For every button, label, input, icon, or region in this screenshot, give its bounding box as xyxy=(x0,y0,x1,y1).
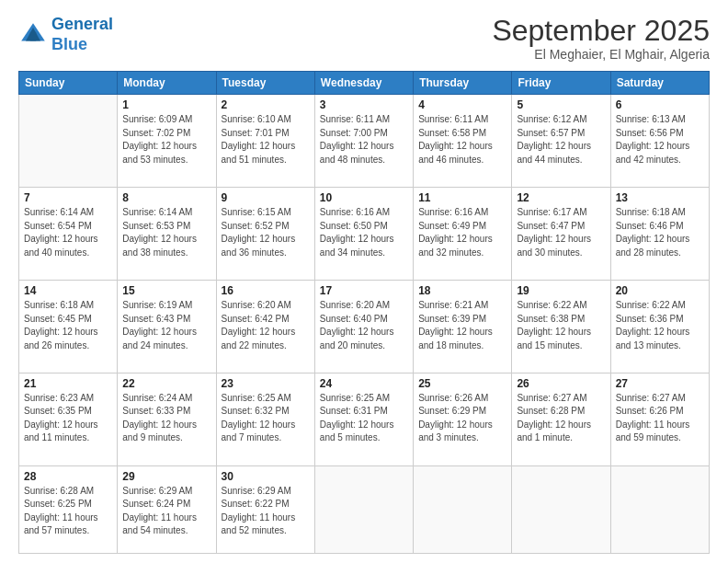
header-wednesday: Wednesday xyxy=(314,72,413,95)
day-number: 17 xyxy=(320,284,408,297)
logo: General Blue xyxy=(18,15,113,54)
table-row: 3Sunrise: 6:11 AMSunset: 7:00 PMDaylight… xyxy=(314,95,413,188)
day-info: Sunrise: 6:25 AMSunset: 6:32 PMDaylight:… xyxy=(222,392,310,445)
table-row xyxy=(19,95,118,188)
day-number: 11 xyxy=(418,191,506,204)
day-number: 26 xyxy=(517,377,605,390)
table-row: 7Sunrise: 6:14 AMSunset: 6:54 PMDaylight… xyxy=(19,188,118,281)
day-number: 15 xyxy=(122,284,210,297)
table-row xyxy=(414,465,512,553)
table-row: 23Sunrise: 6:25 AMSunset: 6:32 PMDayligh… xyxy=(216,373,314,465)
table-row: 21Sunrise: 6:23 AMSunset: 6:35 PMDayligh… xyxy=(19,373,118,465)
day-info: Sunrise: 6:28 AMSunset: 6:25 PMDaylight:… xyxy=(24,485,112,538)
day-number: 30 xyxy=(222,470,310,483)
logo-line1: General xyxy=(51,15,113,33)
day-info: Sunrise: 6:24 AMSunset: 6:33 PMDaylight:… xyxy=(122,392,210,445)
day-info: Sunrise: 6:17 AMSunset: 6:47 PMDaylight:… xyxy=(517,206,605,259)
table-row: 9Sunrise: 6:15 AMSunset: 6:52 PMDaylight… xyxy=(216,188,314,281)
table-row: 24Sunrise: 6:25 AMSunset: 6:31 PMDayligh… xyxy=(314,373,413,465)
day-number: 23 xyxy=(222,377,310,390)
day-number: 28 xyxy=(24,470,112,483)
day-info: Sunrise: 6:18 AMSunset: 6:46 PMDaylight:… xyxy=(616,206,704,259)
calendar-week-row: 7Sunrise: 6:14 AMSunset: 6:54 PMDaylight… xyxy=(19,188,710,281)
day-info: Sunrise: 6:13 AMSunset: 6:56 PMDaylight:… xyxy=(616,113,704,167)
day-number: 21 xyxy=(24,377,112,390)
day-info: Sunrise: 6:11 AMSunset: 6:58 PMDaylight:… xyxy=(418,113,506,167)
day-number: 4 xyxy=(418,98,506,111)
day-info: Sunrise: 6:20 AMSunset: 6:42 PMDaylight:… xyxy=(222,299,310,352)
day-number: 9 xyxy=(222,191,310,204)
header-sunday: Sunday xyxy=(19,72,118,95)
svg-rect-2 xyxy=(30,31,36,40)
header-thursday: Thursday xyxy=(414,72,512,95)
table-row: 8Sunrise: 6:14 AMSunset: 6:53 PMDaylight… xyxy=(118,188,216,281)
header-saturday: Saturday xyxy=(610,72,709,95)
logo-icon xyxy=(18,20,48,50)
day-info: Sunrise: 6:27 AMSunset: 6:28 PMDaylight:… xyxy=(517,392,605,445)
day-number: 25 xyxy=(418,377,506,390)
month-title: September 2025 xyxy=(492,15,710,47)
page: General Blue September 2025 El Meghaier,… xyxy=(0,0,728,563)
day-info: Sunrise: 6:23 AMSunset: 6:35 PMDaylight:… xyxy=(24,392,112,445)
day-info: Sunrise: 6:29 AMSunset: 6:24 PMDaylight:… xyxy=(122,485,210,538)
day-info: Sunrise: 6:12 AMSunset: 6:57 PMDaylight:… xyxy=(517,113,605,167)
day-number: 1 xyxy=(122,98,210,111)
day-number: 27 xyxy=(616,377,704,390)
table-row: 11Sunrise: 6:16 AMSunset: 6:49 PMDayligh… xyxy=(414,188,512,281)
day-number: 24 xyxy=(320,377,408,390)
day-info: Sunrise: 6:15 AMSunset: 6:52 PMDaylight:… xyxy=(222,206,310,259)
table-row: 1Sunrise: 6:09 AMSunset: 7:02 PMDaylight… xyxy=(118,95,216,188)
table-row: 5Sunrise: 6:12 AMSunset: 6:57 PMDaylight… xyxy=(512,95,610,188)
day-number: 3 xyxy=(320,98,408,111)
table-row: 6Sunrise: 6:13 AMSunset: 6:56 PMDaylight… xyxy=(610,95,709,188)
day-info: Sunrise: 6:09 AMSunset: 7:02 PMDaylight:… xyxy=(122,113,210,167)
table-row: 27Sunrise: 6:27 AMSunset: 6:26 PMDayligh… xyxy=(610,373,709,465)
day-number: 19 xyxy=(517,284,605,297)
day-number: 7 xyxy=(24,191,112,204)
day-info: Sunrise: 6:10 AMSunset: 7:01 PMDaylight:… xyxy=(222,113,310,167)
table-row: 2Sunrise: 6:10 AMSunset: 7:01 PMDaylight… xyxy=(216,95,314,188)
calendar-table: Sunday Monday Tuesday Wednesday Thursday… xyxy=(18,71,710,554)
table-row xyxy=(512,465,610,553)
day-info: Sunrise: 6:27 AMSunset: 6:26 PMDaylight:… xyxy=(616,392,704,445)
table-row: 12Sunrise: 6:17 AMSunset: 6:47 PMDayligh… xyxy=(512,188,610,281)
day-number: 8 xyxy=(122,191,210,204)
header-monday: Monday xyxy=(118,72,216,95)
day-info: Sunrise: 6:21 AMSunset: 6:39 PMDaylight:… xyxy=(418,299,506,352)
day-number: 10 xyxy=(320,191,408,204)
day-info: Sunrise: 6:19 AMSunset: 6:43 PMDaylight:… xyxy=(122,299,210,352)
logo-line2: Blue xyxy=(51,35,87,53)
day-info: Sunrise: 6:18 AMSunset: 6:45 PMDaylight:… xyxy=(24,299,112,352)
day-number: 29 xyxy=(122,470,210,483)
calendar-week-row: 21Sunrise: 6:23 AMSunset: 6:35 PMDayligh… xyxy=(19,373,710,465)
table-row: 4Sunrise: 6:11 AMSunset: 6:58 PMDaylight… xyxy=(414,95,512,188)
day-number: 13 xyxy=(616,191,704,204)
header: General Blue September 2025 El Meghaier,… xyxy=(18,15,710,62)
table-row: 17Sunrise: 6:20 AMSunset: 6:40 PMDayligh… xyxy=(314,281,413,373)
day-info: Sunrise: 6:14 AMSunset: 6:53 PMDaylight:… xyxy=(122,206,210,259)
day-info: Sunrise: 6:26 AMSunset: 6:29 PMDaylight:… xyxy=(418,392,506,445)
day-info: Sunrise: 6:14 AMSunset: 6:54 PMDaylight:… xyxy=(24,206,112,259)
day-number: 18 xyxy=(418,284,506,297)
table-row: 10Sunrise: 6:16 AMSunset: 6:50 PMDayligh… xyxy=(314,188,413,281)
day-info: Sunrise: 6:29 AMSunset: 6:22 PMDaylight:… xyxy=(222,485,310,538)
table-row: 14Sunrise: 6:18 AMSunset: 6:45 PMDayligh… xyxy=(19,281,118,373)
calendar-week-row: 14Sunrise: 6:18 AMSunset: 6:45 PMDayligh… xyxy=(19,281,710,373)
day-number: 16 xyxy=(222,284,310,297)
table-row: 29Sunrise: 6:29 AMSunset: 6:24 PMDayligh… xyxy=(118,465,216,553)
table-row: 18Sunrise: 6:21 AMSunset: 6:39 PMDayligh… xyxy=(414,281,512,373)
day-info: Sunrise: 6:25 AMSunset: 6:31 PMDaylight:… xyxy=(320,392,408,445)
header-tuesday: Tuesday xyxy=(216,72,314,95)
title-block: September 2025 El Meghaier, El Mghair, A… xyxy=(492,15,710,62)
calendar-week-row: 28Sunrise: 6:28 AMSunset: 6:25 PMDayligh… xyxy=(19,465,710,553)
calendar-header-row: Sunday Monday Tuesday Wednesday Thursday… xyxy=(19,72,710,95)
header-friday: Friday xyxy=(512,72,610,95)
table-row: 26Sunrise: 6:27 AMSunset: 6:28 PMDayligh… xyxy=(512,373,610,465)
table-row: 20Sunrise: 6:22 AMSunset: 6:36 PMDayligh… xyxy=(610,281,709,373)
day-info: Sunrise: 6:16 AMSunset: 6:50 PMDaylight:… xyxy=(320,206,408,259)
day-info: Sunrise: 6:20 AMSunset: 6:40 PMDaylight:… xyxy=(320,299,408,352)
day-number: 6 xyxy=(616,98,704,111)
table-row xyxy=(314,465,413,553)
table-row: 30Sunrise: 6:29 AMSunset: 6:22 PMDayligh… xyxy=(216,465,314,553)
day-info: Sunrise: 6:11 AMSunset: 7:00 PMDaylight:… xyxy=(320,113,408,167)
